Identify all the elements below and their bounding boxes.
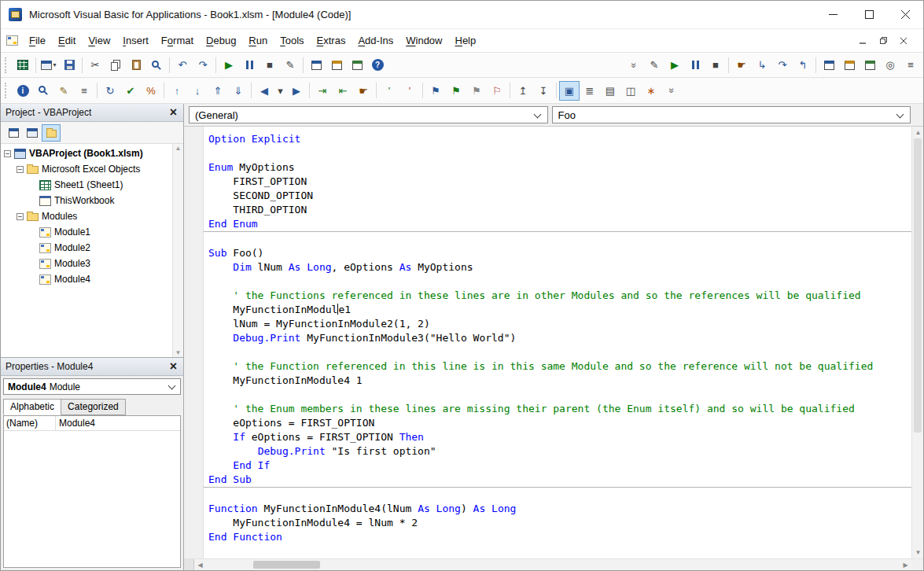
minimize-button[interactable] xyxy=(815,1,851,28)
menu-insert[interactable]: Insert xyxy=(116,31,155,50)
scroll-up-icon[interactable]: ▲ xyxy=(175,145,182,152)
list-members-button[interactable]: ≡ xyxy=(74,81,94,101)
scroll-down-icon[interactable]: ▼ xyxy=(175,349,182,356)
view-code-button[interactable] xyxy=(4,124,23,142)
code-line-9[interactable] xyxy=(208,232,911,246)
toolbar-grip[interactable] xyxy=(5,83,9,98)
help-button[interactable]: ? xyxy=(367,55,388,75)
insert-userform-button[interactable]: ▾ xyxy=(39,55,59,75)
properties-window-button[interactable] xyxy=(326,55,347,75)
code-editor[interactable]: Option Explicit Enum MyOptions FIRST_OPT… xyxy=(204,127,911,558)
quick-info-button[interactable]: i xyxy=(13,81,33,101)
menu-addins[interactable]: Add-Ins xyxy=(352,31,399,50)
tree-expander-icon[interactable]: − xyxy=(17,213,24,220)
menu-view[interactable]: View xyxy=(82,31,116,50)
scroll-down-icon[interactable]: ▼ xyxy=(912,547,924,558)
run-debug-button[interactable]: ▶ xyxy=(664,55,685,75)
save-button[interactable] xyxy=(59,55,79,75)
code-line-30[interactable]: MyFunctionInModule4 = lNum * 2 xyxy=(208,516,911,530)
view-microsoft-excel-button[interactable] xyxy=(13,55,33,75)
object-combo[interactable]: (General) xyxy=(189,106,548,123)
call-stack-button[interactable]: ≡ xyxy=(900,55,921,75)
code-line-29[interactable]: Function MyFunctionInModule4(lNum As Lon… xyxy=(208,502,911,516)
tab-categorized[interactable]: Categorized xyxy=(61,399,126,415)
properties-panel-close-button[interactable]: × xyxy=(167,360,180,373)
close-button[interactable] xyxy=(887,1,923,28)
code-line-4[interactable]: FIRST_OPTION xyxy=(208,175,911,189)
code-line-5[interactable]: SECOND_OPTION xyxy=(208,189,911,203)
next-bookmark-button[interactable]: ⚑ xyxy=(446,81,466,101)
navigate-back-button[interactable]: ◀ xyxy=(254,81,274,101)
maximize-button[interactable] xyxy=(851,1,887,28)
code-line-20[interactable] xyxy=(208,388,911,402)
previous-procedure-button[interactable]: ↑ xyxy=(167,81,187,101)
tree-item-module4[interactable]: Module4 xyxy=(1,271,172,287)
vertical-scroll-track[interactable] xyxy=(912,138,923,547)
menu-extras[interactable]: Extras xyxy=(311,31,352,50)
format-code-button[interactable]: % xyxy=(141,81,161,101)
project-explorer-button[interactable] xyxy=(306,55,326,75)
find-all-references-button[interactable]: ▣ xyxy=(559,81,580,101)
locals-window-button[interactable] xyxy=(819,55,839,75)
toggle-breakpoint-button[interactable]: ☛ xyxy=(731,55,752,75)
menu-window[interactable]: Window xyxy=(399,31,448,50)
undo-button[interactable]: ↶ xyxy=(172,55,193,75)
project-tree-scrollbar[interactable]: ▲ ▼ xyxy=(172,144,183,357)
toolbar-overflow-button[interactable]: » xyxy=(624,55,644,75)
code-line-7[interactable]: End Enum xyxy=(208,217,911,231)
horizontal-scroll-track[interactable] xyxy=(206,559,900,570)
code-line-19[interactable]: MyFunctionInModule4 1 xyxy=(208,374,911,388)
menu-file[interactable]: File xyxy=(23,31,52,50)
code-line-13[interactable]: ' the Functions referenced in these line… xyxy=(208,289,911,303)
code-line-31[interactable]: End Function xyxy=(208,530,911,544)
horizontal-scrollbar[interactable]: ◀ ▶ xyxy=(184,558,923,570)
paste-button[interactable] xyxy=(126,55,146,75)
code-line-1[interactable]: Option Explicit xyxy=(208,132,911,146)
code-line-23[interactable]: If eOptions = FIRST_OPTION Then xyxy=(208,430,911,444)
menu-edit[interactable]: Edit xyxy=(52,31,82,50)
uncomment-block-button[interactable]: ' xyxy=(399,81,420,101)
code-line-24[interactable]: Debug.Print "Is first option" xyxy=(208,444,911,459)
module-bottom-button[interactable]: ⇓ xyxy=(228,81,248,101)
tree-expander-icon[interactable]: − xyxy=(4,150,11,157)
tree-item-sheet1-sheet1[interactable]: Sheet1 (Sheet1) xyxy=(1,177,172,193)
code-line-22[interactable]: eOptions = FIRST_OPTION xyxy=(208,416,911,430)
module-top-button[interactable]: ⇑ xyxy=(208,81,228,101)
tree-item-module2[interactable]: Module2 xyxy=(1,240,172,256)
run-sub-button[interactable]: ▶ xyxy=(219,55,239,75)
code-line-18[interactable]: ' the Function referenced in this line i… xyxy=(208,359,911,374)
import-module-button[interactable]: ↧ xyxy=(533,81,554,101)
indent-button[interactable]: ⇥ xyxy=(312,81,333,101)
code-pane-button[interactable]: ◫ xyxy=(620,81,641,101)
menu-debug[interactable]: Debug xyxy=(200,31,242,50)
vertical-scroll-thumb[interactable] xyxy=(914,138,922,433)
toggle-folders-button[interactable] xyxy=(42,124,61,142)
cut-button[interactable]: ✂ xyxy=(85,55,105,75)
procedure-combo[interactable]: Foo xyxy=(552,106,911,123)
navigate-forward-button[interactable]: ▶ xyxy=(286,81,307,101)
immediate-window-button[interactable] xyxy=(839,55,860,75)
redo-button[interactable]: ↷ xyxy=(193,55,213,75)
menu-tools[interactable]: Tools xyxy=(274,31,310,50)
step-out-button[interactable]: ↰ xyxy=(793,55,813,75)
tree-item-module3[interactable]: Module3 xyxy=(1,256,172,271)
edit-code-button[interactable]: ✎ xyxy=(53,81,74,101)
mdi-close-button[interactable] xyxy=(895,33,912,49)
toolbar-overflow-2-button[interactable]: » xyxy=(661,81,682,101)
clear-bookmarks-button[interactable]: ⚐ xyxy=(487,81,507,101)
navigate-dropdown-button[interactable]: ▾ xyxy=(274,81,286,101)
code-line-25[interactable]: End If xyxy=(208,459,911,473)
margin-indicator-bar[interactable] xyxy=(184,127,204,558)
horizontal-scroll-thumb[interactable] xyxy=(253,561,320,569)
tree-item-vbaproject-book1-xlsm[interactable]: −VBAProject (Book1.xlsm) xyxy=(1,146,172,161)
find-button[interactable] xyxy=(146,55,167,75)
comment-block-button[interactable]: ' xyxy=(379,81,399,101)
tree-item-module1[interactable]: Module1 xyxy=(1,224,172,240)
todo-list-button[interactable]: ▤ xyxy=(600,81,620,101)
tab-alphabetic[interactable]: Alphabetic xyxy=(3,399,61,415)
toolbar-grip[interactable] xyxy=(5,57,9,73)
code-line-10[interactable]: Sub Foo() xyxy=(208,246,911,260)
code-line-17[interactable] xyxy=(208,345,911,359)
next-procedure-button[interactable]: ↓ xyxy=(187,81,208,101)
watch-window-button[interactable] xyxy=(860,55,880,75)
